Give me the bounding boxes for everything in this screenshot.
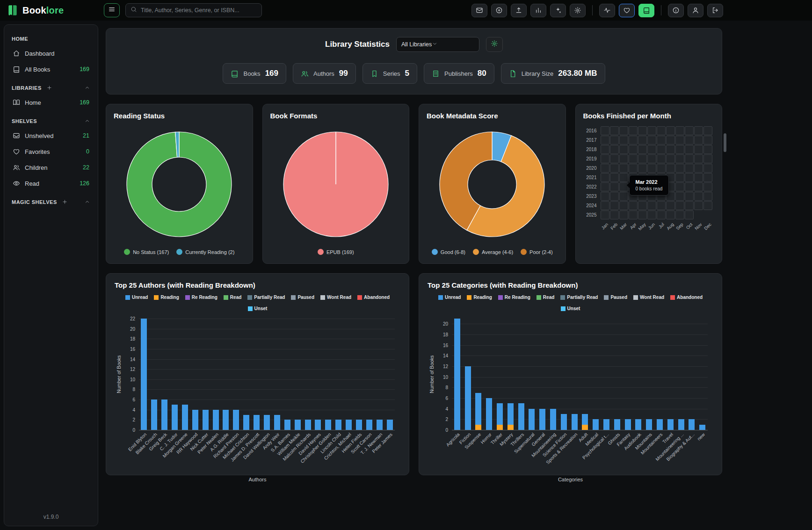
heatmap-cell[interactable]: [638, 211, 647, 219]
legend-item[interactable]: Unread: [125, 295, 148, 300]
sidebar-item-all-books[interactable]: All Books169: [10, 61, 92, 77]
bar-segment[interactable]: [593, 419, 599, 430]
sidebar-item-children[interactable]: Children22: [10, 160, 92, 175]
bar-segment[interactable]: [572, 414, 578, 430]
heatmap-cell[interactable]: [703, 192, 712, 201]
heatmap-cell[interactable]: [619, 211, 628, 219]
bar-segment[interactable]: [507, 425, 514, 430]
bar-segment[interactable]: [465, 366, 471, 430]
heatmap-cell[interactable]: [610, 145, 619, 154]
heatmap-cell[interactable]: [675, 164, 684, 173]
heatmap-cell[interactable]: [685, 154, 694, 163]
bar-segment[interactable]: [497, 425, 503, 430]
plus-icon[interactable]: [46, 85, 52, 91]
bar-segment[interactable]: [151, 399, 157, 430]
heatmap-cell[interactable]: [601, 164, 609, 173]
bar-segment[interactable]: [635, 419, 641, 430]
legend-item[interactable]: EPUB (169): [318, 249, 354, 255]
sidebar-item-home[interactable]: Home169: [10, 94, 92, 110]
upload-button[interactable]: [511, 4, 527, 17]
legend-item[interactable]: Abandoned: [357, 295, 390, 300]
heatmap-cell[interactable]: [638, 126, 647, 135]
heatmap-cell[interactable]: [610, 182, 619, 191]
heatmap-cell[interactable]: [685, 192, 694, 201]
heatmap-cell[interactable]: [638, 201, 647, 210]
legend-item[interactable]: Reading: [154, 295, 179, 300]
heatmap-cell[interactable]: [601, 192, 609, 201]
bar-segment[interactable]: [582, 414, 588, 425]
bar-segment[interactable]: [325, 420, 331, 430]
bar-segment[interactable]: [486, 398, 492, 430]
heatmap-cell[interactable]: [694, 173, 703, 182]
bar-segment[interactable]: [161, 399, 167, 430]
bar-segment[interactable]: [497, 403, 503, 424]
sidebar-item-favorites[interactable]: Favorites0: [10, 144, 92, 160]
metadata-score-chart[interactable]: [427, 120, 558, 249]
heatmap-cell[interactable]: [629, 164, 638, 173]
heatmap-cell[interactable]: [638, 192, 647, 201]
heatmap-cell[interactable]: [685, 136, 694, 145]
heatmap-cell[interactable]: [629, 211, 638, 219]
legend-item[interactable]: Re Reading: [185, 295, 218, 300]
heatmap-cell[interactable]: [638, 173, 647, 182]
heatmap-cell[interactable]: [657, 154, 666, 163]
bar-segment[interactable]: [529, 409, 535, 430]
heatmap-cell[interactable]: [703, 126, 712, 135]
statistics-settings-button[interactable]: [486, 37, 503, 52]
heatmap-cell[interactable]: [694, 154, 703, 163]
bar-segment[interactable]: [295, 420, 301, 430]
heatmap-cell[interactable]: [647, 145, 656, 154]
heatmap-cell[interactable]: [694, 201, 703, 210]
bar-segment[interactable]: [192, 410, 198, 430]
heatmap-cell[interactable]: [657, 173, 666, 182]
heatmap-cell[interactable]: [647, 192, 656, 201]
legend-item[interactable]: Partially Read: [247, 295, 285, 300]
heatmap-cell[interactable]: [703, 173, 712, 182]
heatmap-cell[interactable]: [657, 182, 666, 191]
info-button[interactable]: [668, 4, 684, 17]
envelope-button[interactable]: [471, 4, 487, 17]
legend-item[interactable]: Partially Read: [560, 295, 598, 300]
heatmap-cell[interactable]: [685, 182, 694, 191]
heatmap-cell[interactable]: [694, 136, 703, 145]
heatmap-cell[interactable]: [647, 201, 656, 210]
bar-segment[interactable]: [603, 419, 609, 430]
heatmap-cell[interactable]: [601, 211, 609, 219]
bar-segment[interactable]: [646, 419, 652, 430]
heatmap-cell[interactable]: [638, 145, 647, 154]
bar-segment[interactable]: [284, 420, 290, 430]
sidebar-item-read[interactable]: Read126: [10, 175, 92, 191]
bar-segment[interactable]: [614, 419, 620, 430]
bar-segment[interactable]: [254, 415, 260, 430]
heatmap-cell[interactable]: [685, 164, 694, 173]
heatmap-cell[interactable]: [610, 201, 619, 210]
heatmap-cell[interactable]: [685, 126, 694, 135]
heatmap-cell[interactable]: [601, 136, 609, 145]
heatmap-cell[interactable]: [685, 211, 694, 219]
heatmap-cell[interactable]: [629, 154, 638, 163]
legend-item[interactable]: Read: [536, 295, 554, 300]
bar-segment[interactable]: [264, 415, 270, 430]
heatmap-cell[interactable]: [703, 145, 712, 154]
bar-segment[interactable]: [475, 425, 481, 430]
heatmap-cell[interactable]: [610, 126, 619, 135]
bar-segment[interactable]: [335, 420, 341, 430]
heatmap-cell[interactable]: [666, 145, 675, 154]
book-button[interactable]: [638, 4, 654, 17]
legend-item[interactable]: Average (4-6): [473, 249, 513, 255]
search-input[interactable]: [141, 7, 257, 14]
user-button[interactable]: [688, 4, 703, 17]
legend-item[interactable]: Wont Read: [633, 295, 664, 300]
bar-segment[interactable]: [243, 415, 249, 430]
heatmap-cell[interactable]: [657, 126, 666, 135]
bar-segment[interactable]: [387, 420, 393, 430]
heatmap-cell[interactable]: [657, 192, 666, 201]
bar-segment[interactable]: [182, 405, 188, 430]
bar-segment[interactable]: [561, 414, 567, 430]
heatmap-cell[interactable]: [619, 164, 628, 173]
bar-segment[interactable]: [475, 393, 481, 425]
scrollbar[interactable]: [724, 133, 726, 152]
heatmap-cell[interactable]: [675, 145, 684, 154]
heatmap-cell[interactable]: [647, 164, 656, 173]
logout-button[interactable]: [707, 4, 723, 17]
